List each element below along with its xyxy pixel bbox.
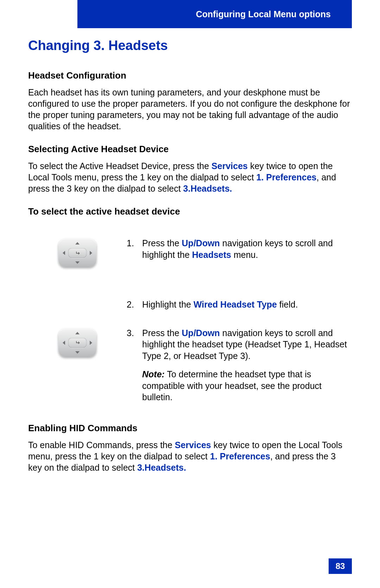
page-number: 83 — [329, 558, 352, 574]
heading-headset-config: Headset Configuration — [28, 70, 352, 81]
left-arrow-icon — [63, 251, 65, 255]
dpad-icon: ↵ — [58, 239, 96, 267]
step-row: ↵ 3. Press the Up/Down navigation keys t… — [28, 327, 352, 403]
note-label: Note: — [142, 369, 165, 379]
text: Press the — [142, 238, 182, 248]
heading-hid: Enabling HID Commands — [28, 423, 352, 434]
text: Highlight the — [142, 299, 194, 309]
headsets-menu-label: Headsets — [192, 250, 231, 260]
header-bar: Configuring Local Menu options — [77, 0, 352, 28]
paragraph-selecting: To select the Active Headset Device, pre… — [28, 160, 352, 194]
text: To enable HID Commands, press the — [28, 440, 175, 450]
step-body: Press the Up/Down navigation keys to scr… — [142, 237, 352, 260]
step-icon-col — [28, 299, 127, 300]
headsets-label: 3.Headsets. — [183, 184, 232, 193]
down-arrow-icon — [75, 261, 80, 264]
step-row: 2. Highlight the Wired Headset Type fiel… — [28, 299, 352, 310]
down-arrow-icon — [75, 351, 80, 354]
step-number: 2. — [127, 299, 142, 310]
step-row: ↵ 1. Press the Up/Down navigation keys t… — [28, 237, 352, 267]
heading-selecting-device: Selecting Active Headset Device — [28, 144, 352, 155]
paragraph-config: Each headset has its own tuning paramete… — [28, 87, 352, 132]
updown-label: Up/Down — [182, 238, 220, 248]
up-arrow-icon — [75, 242, 80, 245]
services-key-label: Services — [175, 440, 211, 450]
text: To select the Active Headset Device, pre… — [28, 161, 211, 171]
enter-icon: ↵ — [75, 339, 80, 346]
note-body: To determine the headset type that is co… — [142, 369, 322, 402]
step-icon-col: ↵ — [28, 327, 127, 357]
step-number: 1. — [127, 237, 142, 260]
step-body: Highlight the Wired Headset Type field. — [142, 299, 352, 310]
headsets-label: 3.Headsets. — [137, 463, 186, 472]
heading-to-select: To select the active headset device — [28, 206, 352, 217]
step-text: 3. Press the Up/Down navigation keys to … — [127, 327, 352, 403]
text: field. — [277, 299, 298, 309]
wired-headset-label: Wired Headset Type — [194, 299, 277, 309]
right-arrow-icon — [90, 341, 92, 345]
step-text: 1. Press the Up/Down navigation keys to … — [127, 237, 352, 260]
up-arrow-icon — [75, 332, 80, 334]
text: menu. — [231, 250, 258, 260]
left-arrow-icon — [63, 341, 65, 345]
preferences-label: 1. Preferences — [210, 451, 270, 461]
preferences-label: 1. Preferences — [256, 172, 317, 182]
paragraph-hid: To enable HID Commands, press the Servic… — [28, 439, 352, 473]
enter-icon: ↵ — [75, 250, 80, 256]
dpad-icon: ↵ — [58, 329, 96, 357]
step-body: Press the Up/Down navigation keys to scr… — [142, 327, 352, 403]
services-key-label: Services — [211, 161, 248, 171]
right-arrow-icon — [90, 251, 92, 255]
updown-label: Up/Down — [182, 328, 220, 338]
step-icon-col: ↵ — [28, 237, 127, 267]
text: Press the — [142, 328, 182, 338]
breadcrumb: Configuring Local Menu options — [196, 9, 331, 19]
page-title: Changing 3. Headsets — [28, 38, 352, 53]
page-content: Changing 3. Headsets Headset Configurati… — [28, 38, 352, 485]
step-text: 2. Highlight the Wired Headset Type fiel… — [127, 299, 352, 310]
step-number: 3. — [127, 327, 142, 403]
